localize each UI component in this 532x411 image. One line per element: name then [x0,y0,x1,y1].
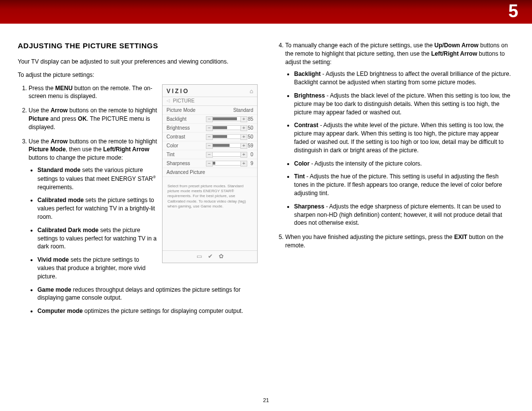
bold: EXIT [454,234,467,240]
text: and press [49,115,78,122]
text: optimizes the picture settings for displ… [83,308,243,314]
bold: Color [294,160,309,167]
slider-icon [212,116,241,121]
bold: Computer mode [37,308,83,314]
osd-bottom-bar: ▭ ✔ ✿ [163,251,257,263]
bold: Arrow [51,107,68,114]
back-icon: ◁ [166,98,170,103]
osd-brand: VIZIO [166,88,189,95]
v-icon: ✔ [208,253,213,260]
osd-hint-text: Select from preset picture modes. Standa… [163,177,257,251]
osd-label: Brightness [166,125,190,131]
slider-icon [212,143,241,148]
text: Use the [29,138,51,145]
lead-text: To adjust the picture settings: [18,71,258,79]
bold: Calibrated mode [37,197,84,204]
list-item: Computer mode optimizes the picture sett… [37,307,258,315]
text: buttons on the remote to highlight [67,138,157,145]
wide-icon: ▭ [197,253,202,260]
text: - Adjusts the LED brightness to affect t… [294,70,511,86]
bold: Standard mode [37,167,80,173]
osd-row-backlight: Backlight 85 [163,115,257,124]
list-item: Color - Adjusts the intensity of the pic… [294,160,514,168]
settings-list: Backlight - Adjusts the LED brightness t… [285,70,514,227]
bold: Picture Mode [29,146,66,153]
bold: Backlight [294,70,321,77]
slider-icon [212,134,241,139]
intro-text: Your TV display can be adjusted to suit … [18,58,258,66]
text: When you have finished adjusting the pic… [285,234,454,240]
home-icon: ⌂ [250,88,253,95]
osd-label: Advanced Picture [166,170,205,175]
list-item: Brightness - Adjusts the black level of … [294,92,514,116]
osd-label: Picture Mode [166,107,196,113]
osd-label: Backlight [166,116,187,122]
bold: MENU [55,85,72,92]
text: buttons on the remote to highlight [67,107,157,114]
slider-icon [212,152,241,157]
bold: Sharpness [294,203,324,210]
osd-row-sharpness: Sharpness 9 [163,159,257,168]
bold: Game mode [37,286,71,293]
text: - Adjusts the black level of the picture… [294,92,510,116]
slider-icon [212,125,241,130]
bold: OK [78,115,87,122]
list-item: Contrast - Adjusts the white level of th… [294,121,514,154]
bold: Picture [29,115,49,122]
chapter-header: 5 [0,0,532,24]
text: - Adjusts the white level of the picture… [294,122,504,153]
section-heading: ADJUSTING THE PICTURE SETTINGS [18,41,258,50]
osd-label: Tint [166,152,174,157]
text: , then use the [66,146,103,153]
bold: Brightness [294,92,325,99]
bold: Arrow [51,138,68,145]
osd-row-contrast: Contrast 50 [163,133,257,141]
bold: Tint [294,173,305,180]
slider-icon [212,161,241,166]
osd-label: Sharpness [166,161,190,166]
bold: Vivid mode [37,256,69,263]
text: - Adjusts the hue of the picture. This s… [294,173,502,197]
bold: Contrast [294,122,318,129]
chapter-number: 5 [508,1,518,22]
list-item: Backlight - Adjusts the LED brightness t… [294,70,514,87]
text: Press the [29,85,55,92]
page-body: ADJUSTING THE PICTURE SETTINGS Your TV d… [0,24,532,388]
osd-row-color: Color 59 [163,141,257,150]
gear-icon: ✿ [219,253,224,260]
osd-row-tint: Tint 0 [163,150,257,159]
list-item: Game mode reduces throughput delays and … [37,286,258,303]
text: buttons to change the picture mode: [29,154,123,161]
text: To manually change each of the picture s… [285,42,434,49]
text: requirements. [37,184,73,191]
bold: Left/Right Arrow [103,146,149,153]
sup: ® [153,175,156,179]
osd-value: Standard [233,107,253,113]
osd-label: Color [166,143,178,148]
list-item: Sharpness - Adjusts the edge sharpness o… [294,203,514,227]
osd-picture-menu: VIZIO ⌂ ◁ PICTURE Picture Mode Standard … [162,84,258,263]
steps-list: Press the MENU button on the remote. The… [18,41,514,378]
osd-row-advanced: Advanced Picture [163,168,257,177]
bold: Left/Right Arrow [431,50,477,57]
text: - Adjusts the edge sharpness of picture … [294,203,502,227]
osd-row-picture-mode: Picture Mode Standard [163,106,257,115]
bold: Calibrated Dark mode [37,227,99,234]
list-item: Tint - Adjusts the hue of the picture. T… [294,172,514,197]
step-5: When you have finished adjusting the pic… [285,233,514,250]
page-number: 21 [0,397,532,403]
osd-row-brightness: Brightness 50 [163,124,257,133]
osd-label: Contrast [166,134,185,139]
bold: Up/Down Arrow [434,42,479,49]
text: - Adjusts the intensity of the picture c… [309,160,422,167]
osd-breadcrumb: PICTURE [173,98,195,103]
text: Use the [29,107,51,114]
step-4: To manually change each of the picture s… [285,41,514,227]
